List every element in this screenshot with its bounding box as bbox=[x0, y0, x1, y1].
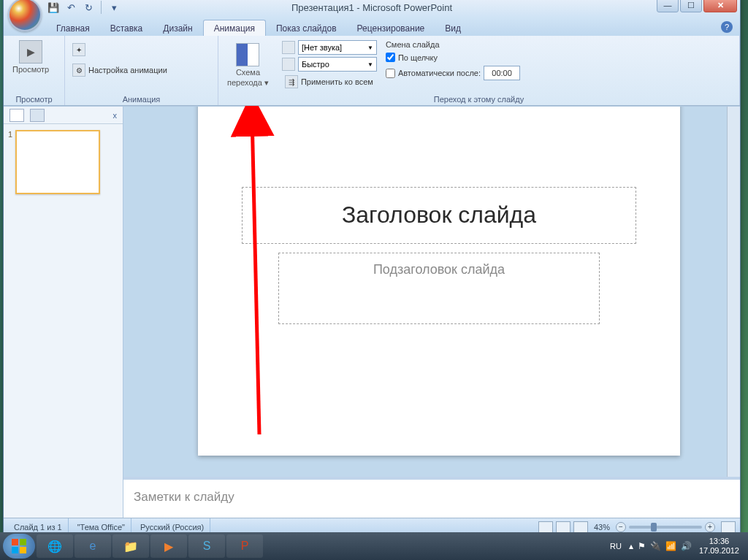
fit-button[interactable] bbox=[721, 521, 736, 533]
maximize-button[interactable]: ☐ bbox=[680, 0, 702, 12]
chevron-down-icon: ▼ bbox=[367, 45, 373, 51]
taskbar-ie[interactable]: e bbox=[75, 534, 111, 558]
transition-options-column: [Нет звука]▼ Быстро▼ ⇶ Применить ко всем bbox=[282, 40, 377, 90]
redo-icon[interactable]: ↻ bbox=[81, 0, 96, 15]
powerpoint-window: 💾 ↶ ↻ ▾ Презентация1 - Microsoft PowerPo… bbox=[3, 0, 741, 536]
custom-animation-button[interactable]: ⚙ Настройка анимации bbox=[69, 62, 170, 78]
taskbar-skype[interactable]: S bbox=[188, 534, 225, 558]
transition-scheme-label2: перехода ▾ bbox=[227, 78, 269, 88]
ribbon-group-preview: ▶ Просмотр Просмотр bbox=[4, 36, 65, 105]
subtitle-text: Подзаголовок слайда bbox=[373, 262, 505, 277]
panel-tab-slides[interactable] bbox=[9, 109, 24, 122]
apply-all-label: Применить ко всем bbox=[301, 77, 373, 86]
tab-animation[interactable]: Анимация bbox=[203, 20, 266, 36]
normal-view-button[interactable] bbox=[538, 521, 553, 533]
tray-flag-icon[interactable]: ⚑ bbox=[638, 541, 646, 551]
transition-scheme-label1: Схема bbox=[236, 68, 260, 77]
title-placeholder[interactable]: Заголовок слайда bbox=[242, 187, 636, 244]
svg-rect-1 bbox=[12, 539, 18, 545]
tab-design[interactable]: Дизайн bbox=[153, 20, 202, 36]
transition-scheme-button[interactable]: Схема перехода ▾ bbox=[223, 40, 273, 91]
qat-customize-icon[interactable]: ▾ bbox=[107, 0, 121, 15]
ribbon: ▶ Просмотр Просмотр ✦ ⚙ Настройка анимац… bbox=[4, 36, 740, 106]
on-click-input[interactable] bbox=[386, 53, 395, 62]
panel-tabs: x bbox=[4, 107, 123, 124]
help-icon[interactable]: ? bbox=[721, 21, 733, 33]
speed-icon bbox=[282, 58, 295, 71]
subtitle-placeholder[interactable]: Подзаголовок слайда bbox=[278, 253, 600, 324]
slideshow-view-button[interactable] bbox=[573, 521, 588, 533]
taskbar-powerpoint[interactable]: P bbox=[226, 534, 263, 558]
system-tray: RU ▴ ⚑ 🔌 📶 🔊 13:36 17.09.2012 bbox=[610, 537, 745, 556]
tray-clock[interactable]: 13:36 17.09.2012 bbox=[699, 537, 739, 556]
taskbar-explorer[interactable]: 📁 bbox=[112, 534, 149, 558]
tray-date: 17.09.2012 bbox=[699, 546, 739, 556]
zoom-out-button[interactable]: − bbox=[616, 522, 626, 532]
window-title: Презентация1 - Microsoft PowerPoint bbox=[291, 2, 452, 13]
title-text: Заголовок слайда bbox=[342, 202, 536, 229]
editor-area: Заголовок слайда Подзаголовок слайда Зам… bbox=[123, 107, 740, 518]
panel-close-button[interactable]: x bbox=[113, 111, 118, 120]
tab-home[interactable]: Главная bbox=[46, 20, 100, 36]
vertical-scrollbar[interactable] bbox=[727, 107, 740, 477]
taskbar-chrome[interactable]: 🌐 bbox=[37, 534, 73, 558]
close-button[interactable]: ✕ bbox=[703, 0, 737, 12]
advance-title: Смена слайда bbox=[386, 40, 520, 50]
slide-thumbnail-1[interactable] bbox=[15, 130, 100, 194]
auto-after-input[interactable] bbox=[386, 69, 395, 78]
notes-pane[interactable]: Заметки к слайду bbox=[123, 477, 740, 518]
zoom-percent[interactable]: 43% bbox=[594, 523, 610, 532]
transition-scheme-icon bbox=[236, 43, 259, 66]
tray-language[interactable]: RU bbox=[610, 542, 622, 551]
tray-arrow-icon[interactable]: ▴ bbox=[629, 541, 633, 551]
on-click-checkbox[interactable]: По щелчку bbox=[386, 52, 520, 63]
taskbar-media[interactable]: ▶ bbox=[150, 534, 187, 558]
ribbon-group-transition: Схема перехода ▾ [Нет звука]▼ bbox=[218, 36, 740, 105]
tab-insert[interactable]: Вставка bbox=[100, 20, 153, 36]
qat-separator bbox=[101, 1, 102, 14]
group-label-preview: Просмотр bbox=[8, 93, 60, 104]
svg-rect-4 bbox=[20, 547, 26, 553]
panel-tab-outline[interactable] bbox=[30, 109, 45, 122]
on-click-label: По щелчку bbox=[398, 53, 438, 62]
thumbnail-row: 1 bbox=[4, 124, 123, 200]
tab-slideshow[interactable]: Показ слайдов bbox=[266, 20, 347, 36]
svg-rect-3 bbox=[12, 547, 18, 553]
preview-button[interactable]: ▶ Просмотр bbox=[8, 37, 53, 77]
animate-dropdown[interactable]: ✦ bbox=[69, 42, 88, 58]
minimize-button[interactable]: — bbox=[657, 0, 679, 12]
slide-canvas-area[interactable]: Заголовок слайда Подзаголовок слайда bbox=[123, 107, 740, 477]
save-icon[interactable]: 💾 bbox=[46, 0, 61, 15]
slides-panel: x 1 bbox=[4, 107, 123, 518]
start-button[interactable] bbox=[3, 534, 35, 559]
tray-network-icon[interactable]: 📶 bbox=[665, 541, 676, 551]
custom-animation-icon: ⚙ bbox=[72, 64, 85, 77]
zoom-in-button[interactable]: + bbox=[705, 522, 715, 532]
speed-value: Быстро bbox=[302, 60, 329, 69]
zoom-slider[interactable] bbox=[629, 526, 702, 529]
tab-view[interactable]: Вид bbox=[435, 20, 471, 36]
thumbnail-number: 1 bbox=[8, 130, 12, 194]
window-controls: — ☐ ✕ bbox=[657, 0, 737, 12]
sorter-view-button[interactable] bbox=[556, 521, 570, 533]
advance-slide-column: Смена слайда По щелчку Автоматически пос… bbox=[386, 40, 520, 81]
tray-volume-icon[interactable]: 🔊 bbox=[681, 541, 692, 551]
sound-icon bbox=[282, 41, 295, 54]
group-label-animation: Анимация bbox=[69, 93, 213, 104]
undo-icon[interactable]: ↶ bbox=[64, 0, 78, 15]
transition-speed-dropdown[interactable]: Быстро▼ bbox=[298, 57, 377, 72]
tray-icons: ▴ ⚑ 🔌 📶 🔊 bbox=[629, 541, 692, 551]
apply-to-all-button[interactable]: ⇶ Применить ко всем bbox=[282, 74, 377, 90]
tab-review[interactable]: Рецензирование bbox=[347, 20, 435, 36]
tray-power-icon[interactable]: 🔌 bbox=[650, 541, 661, 551]
zoom-thumb[interactable] bbox=[651, 523, 657, 532]
animate-icon: ✦ bbox=[72, 43, 85, 56]
auto-after-time[interactable]: 00:00 bbox=[484, 66, 520, 80]
transition-sound-dropdown[interactable]: [Нет звука]▼ bbox=[298, 40, 377, 55]
slide[interactable]: Заголовок слайда Подзаголовок слайда bbox=[198, 107, 680, 456]
windows-taskbar: 🌐 e 📁 ▶ S P RU ▴ ⚑ 🔌 📶 🔊 13:36 17.09.201… bbox=[0, 532, 748, 560]
sound-value: [Нет звука] bbox=[302, 43, 342, 52]
chevron-down-icon: ▼ bbox=[367, 61, 373, 68]
ribbon-tabs: Главная Вставка Дизайн Анимация Показ сл… bbox=[4, 18, 740, 36]
auto-after-checkbox[interactable]: Автоматически после: 00:00 bbox=[386, 65, 520, 81]
